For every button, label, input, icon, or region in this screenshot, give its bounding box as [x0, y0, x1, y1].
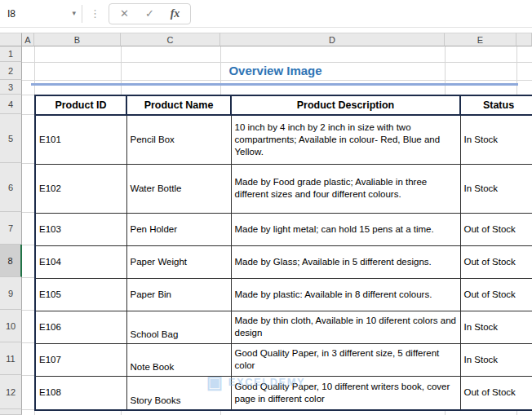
product-description-cell[interactable]: Made by thin cloth, Available in 10 dife…	[231, 311, 460, 343]
row-header-6[interactable]: 6	[0, 163, 22, 212]
column-header-B[interactable]: B	[34, 33, 121, 46]
product-description-cell[interactable]: Made by Glass; Available in 5 different …	[231, 245, 460, 278]
column-header-D[interactable]: D	[220, 33, 445, 46]
formula-input[interactable]	[197, 4, 530, 24]
row-header-5[interactable]: 5	[0, 114, 22, 163]
product-id-cell[interactable]: E103	[35, 213, 126, 245]
row-header-9[interactable]: 9	[0, 277, 22, 310]
column-header-partial[interactable]	[516, 33, 532, 46]
title-underline	[31, 83, 518, 86]
column-header-C[interactable]: C	[121, 33, 220, 46]
name-box[interactable]: I8 ▾	[0, 3, 82, 24]
column-header-E[interactable]: E	[445, 33, 516, 46]
status-cell[interactable]: In Stock	[460, 343, 532, 376]
product-id-cell[interactable]: E101	[35, 115, 126, 164]
status-cell[interactable]: Out of Stock	[460, 245, 532, 278]
table-row: E106School BagMade by thin cloth, Availa…	[35, 311, 532, 343]
product-description-cell[interactable]: Made by light metal; can hold 15 pens at…	[231, 213, 460, 245]
row-header-1[interactable]: 1	[0, 46, 22, 62]
table-row: E101Pencil Box10 inch by 4 inch by 2 inc…	[35, 115, 532, 164]
table-header-product-description[interactable]: Product Description	[231, 95, 460, 115]
product-name-cell[interactable]: Water Bottle	[126, 164, 231, 213]
select-all-corner[interactable]	[0, 33, 22, 46]
row-header-4[interactable]: 4	[0, 95, 22, 114]
product-id-cell[interactable]: E102	[35, 164, 126, 213]
status-cell[interactable]: In Stock	[460, 311, 532, 343]
row-header-3[interactable]: 3	[0, 80, 22, 95]
product-id-cell[interactable]: E106	[35, 311, 126, 343]
status-cell[interactable]: Out of Stock	[460, 278, 532, 311]
table-row: E103Pen HolderMade by light metal; can h…	[35, 213, 532, 245]
product-name-cell[interactable]: Paper Weight	[126, 245, 231, 278]
product-description-cell[interactable]: Made by Food grade plastic; Avaliable in…	[231, 164, 460, 213]
table-row: E102Water BottleMade by Food grade plast…	[35, 164, 532, 213]
row-header-12[interactable]: 12	[0, 375, 22, 409]
row-header-7[interactable]: 7	[0, 212, 22, 245]
product-id-cell[interactable]: E105	[35, 278, 126, 311]
row-header-8[interactable]: 8	[0, 245, 22, 277]
formula-buttons-group: ✕ ✓ fx	[109, 3, 191, 24]
product-description-cell[interactable]: Good Quality Paper, in 3 different size,…	[231, 343, 460, 376]
product-name-cell[interactable]: Pen Holder	[126, 213, 231, 245]
product-name-cell[interactable]: Note Book	[126, 343, 231, 376]
spreadsheet-grid: Overview Image Product IDProduct NamePro…	[0, 33, 532, 415]
column-header-A[interactable]: A	[22, 33, 34, 46]
row-header-10[interactable]: 10	[0, 310, 22, 342]
table-header-product-id[interactable]: Product ID	[35, 95, 126, 115]
table-row: E104Paper WeightMade by Glass; Available…	[35, 245, 532, 278]
table-row: E107Note BookGood Quality Paper, in 3 di…	[35, 343, 532, 376]
formula-bar-grip-icon: ⋮	[82, 7, 109, 20]
product-description-cell[interactable]: Made by plastic: Available in 8 differen…	[231, 278, 460, 311]
insert-function-icon[interactable]: fx	[162, 7, 188, 20]
product-id-cell[interactable]: E104	[35, 245, 126, 278]
product-id-cell[interactable]: E107	[35, 343, 126, 376]
product-description-cell[interactable]: 10 inch by 4 inch by 2 inch in size with…	[231, 115, 460, 164]
product-name-cell[interactable]: Pencil Box	[126, 115, 231, 164]
table-row: E108Story BooksGood Quality Paper, 10 di…	[35, 376, 532, 410]
product-id-cell[interactable]: E108	[35, 376, 126, 410]
product-description-cell[interactable]: Good Quality Paper, 10 different writers…	[231, 376, 460, 410]
product-name-cell[interactable]: Story Books	[126, 376, 231, 410]
gridline	[22, 80, 532, 81]
row-header-11[interactable]: 11	[0, 342, 22, 375]
status-cell[interactable]: In Stock	[460, 115, 532, 164]
name-box-dropdown-icon[interactable]: ▾	[72, 10, 76, 17]
row-header-partial[interactable]	[0, 409, 22, 415]
product-name-cell[interactable]: Paper Bin	[126, 278, 231, 311]
page-title: Overview Image	[34, 61, 516, 80]
row-header-2[interactable]: 2	[0, 62, 22, 80]
status-cell[interactable]: Out of Stock	[460, 213, 532, 245]
name-box-value: I8	[7, 8, 16, 20]
table-header-status[interactable]: Status	[460, 95, 532, 115]
product-table: Product IDProduct NameProduct Descriptio…	[34, 95, 532, 411]
cancel-icon[interactable]: ✕	[112, 7, 137, 20]
status-cell[interactable]: Out of Stock	[460, 376, 532, 410]
table-row: E105Paper BinMade by plastic: Available …	[35, 278, 532, 311]
status-cell[interactable]: In Stock	[460, 164, 532, 213]
table-header-product-name[interactable]: Product Name	[126, 95, 231, 115]
product-name-cell[interactable]: School Bag	[126, 311, 231, 343]
formula-bar: I8 ▾ ⋮ ✕ ✓ fx	[0, 0, 532, 28]
enter-icon[interactable]: ✓	[137, 7, 162, 20]
